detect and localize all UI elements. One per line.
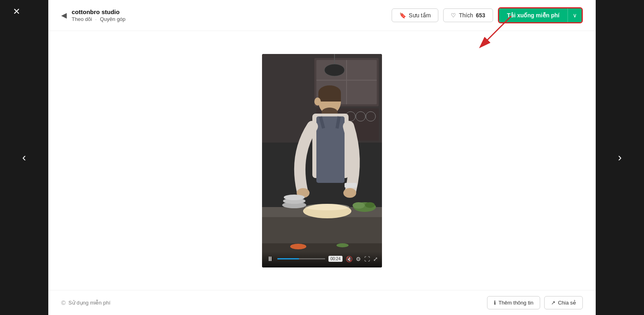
follow-link[interactable]: Theo dõi [72, 16, 92, 22]
svg-point-32 [284, 195, 305, 200]
time-display: 00:24 [328, 256, 343, 262]
donate-link[interactable]: Quyên góp [100, 16, 126, 22]
modal-header: ◀ cottonbro studio Theo dõi · Quyên góp … [48, 0, 596, 31]
svg-point-38 [336, 243, 349, 247]
video-image [262, 54, 382, 267]
svg-point-34 [353, 202, 365, 209]
prev-arrow-button[interactable]: ‹ [22, 151, 26, 164]
mute-icon[interactable]: 🔇 [346, 256, 353, 262]
right-panel: › [596, 0, 644, 315]
like-label: Thích [459, 12, 473, 19]
like-count: 653 [476, 12, 485, 19]
modal-footer: © Sử dụng miễn phí ℹ Thêm thông tin ↗ Ch… [48, 290, 596, 315]
info-label: Thêm thông tin [498, 300, 533, 306]
svg-point-35 [365, 202, 375, 208]
save-label: Sưu tầm [409, 12, 431, 19]
svg-rect-20 [316, 116, 345, 183]
left-panel: ‹ [0, 0, 48, 315]
controls-row: ⏸ 00:24 🔇 ⚙ ⛶ ⤢ [266, 255, 378, 263]
main-modal: ◀ cottonbro studio Theo dõi · Quyên góp … [48, 0, 596, 315]
download-main-button[interactable]: Tải xuống miễn phí [499, 8, 568, 22]
next-arrow-button[interactable]: › [618, 151, 621, 164]
author-name: cottonbro studio [72, 8, 126, 15]
header-actions: 🔖 Sưu tầm ♡ Thích 653 Tải xuống miễn phí… [392, 7, 583, 23]
footer-actions: ℹ Thêm thông tin ↗ Chia sẻ [487, 296, 583, 309]
video-controls: ⏸ 00:24 🔇 ⚙ ⛶ ⤢ [262, 251, 382, 267]
progress-bar-fill [277, 258, 299, 259]
svg-point-29 [305, 204, 349, 210]
play-pause-button[interactable]: ⏸ [266, 255, 274, 263]
heart-icon: ♡ [451, 12, 456, 19]
settings-icon[interactable]: ⚙ [356, 256, 361, 262]
control-icons: 🔇 ⚙ ⛶ ⤢ [346, 256, 378, 262]
info-icon: ℹ [494, 300, 496, 306]
author-info: cottonbro studio Theo dõi · Quyên góp [72, 8, 126, 22]
video-container: ⏸ 00:24 🔇 ⚙ ⛶ ⤢ [262, 54, 382, 267]
svg-point-18 [314, 97, 321, 106]
download-chevron-button[interactable]: ∨ [568, 8, 582, 22]
info-button[interactable]: ℹ Thêm thông tin [487, 296, 540, 309]
separator: · [95, 16, 97, 22]
svg-point-13 [324, 64, 345, 76]
close-button[interactable]: ✕ [13, 6, 20, 17]
progress-bar[interactable] [277, 258, 325, 259]
fullscreen-icon[interactable]: ⤢ [373, 256, 378, 262]
save-button[interactable]: 🔖 Sưu tầm [392, 8, 439, 22]
svg-point-37 [290, 244, 306, 249]
bookmark-icon: 🔖 [399, 12, 406, 19]
share-button[interactable]: ↗ Chia sẻ [544, 296, 583, 309]
svg-rect-16 [318, 93, 341, 102]
free-use-icon: © [61, 299, 66, 306]
author-section: ◀ cottonbro studio Theo dõi · Quyên góp [61, 8, 126, 22]
share-label: Chia sẻ [558, 300, 576, 306]
free-use-section: © Sử dụng miễn phí [61, 299, 110, 306]
modal-content: ⏸ 00:24 🔇 ⚙ ⛶ ⤢ [48, 31, 596, 290]
download-button-group: Tải xuống miễn phí ∨ [498, 7, 583, 23]
svg-rect-25 [345, 183, 357, 188]
author-actions: Theo dõi · Quyên góp [72, 16, 126, 22]
free-use-label: Sử dụng miễn phí [68, 300, 110, 306]
like-button[interactable]: ♡ Thích 653 [443, 8, 493, 22]
svg-point-24 [343, 188, 356, 198]
back-button[interactable]: ◀ [61, 11, 67, 20]
pip-icon[interactable]: ⛶ [364, 256, 370, 262]
share-icon: ↗ [551, 300, 555, 306]
